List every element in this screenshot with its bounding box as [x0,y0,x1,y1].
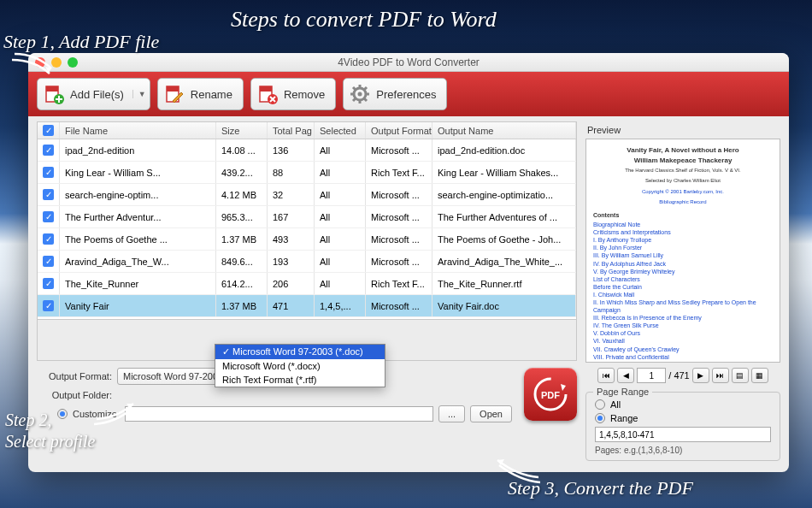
output-folder-input[interactable] [125,406,433,422]
table-row[interactable]: ✓search-engine-optim...4.12 MB32AllMicro… [38,184,576,206]
pdf-add-icon [43,83,65,105]
col-size[interactable]: Size [216,122,268,139]
remove-button[interactable]: Remove [250,78,336,110]
page-total: / 471 [668,370,689,381]
last-page-button[interactable]: ⏭ [712,368,729,383]
row-checkbox[interactable]: ✓ [43,233,54,245]
next-page-button[interactable]: ▶ [692,368,709,383]
row-checkbox[interactable]: ✓ [43,145,54,156]
cell-selected: All [315,184,366,205]
table-row[interactable]: ✓ipad_2nd-edition14.08 ...136AllMicrosof… [38,139,576,162]
cell-pages: 136 [268,139,315,161]
cell-format: Microsoft ... [366,206,432,227]
row-checkbox[interactable]: ✓ [43,167,54,178]
col-selected[interactable]: Selected [315,122,366,139]
titlebar: 4Video PDF to Word Converter [28,53,789,72]
svg-line-16 [364,87,367,90]
select-all-checkbox[interactable]: ✓ [43,125,54,136]
prev-page-button[interactable]: ◀ [617,368,634,383]
format-option-doc[interactable]: Microsoft Word 97-2003 (*.doc) [215,345,385,359]
customize-label: Customize: [73,409,120,419]
svg-point-9 [358,92,362,97]
range-hint: Pages: e.g.(1,3,6,8-10) [595,446,771,455]
preview-pager: ⏮ ◀ / 471 ▶ ⏭ ▤ ▦ [585,368,780,383]
annotation-step1: Step 1, Add PDF file [3,31,159,53]
table-row[interactable]: ✓The Poems of Goethe ...1.37 MB493AllMic… [38,228,576,251]
table-row[interactable]: ✓The_Kite_Runner614.2...206AllRich Text … [38,273,576,295]
row-checkbox[interactable]: ✓ [43,278,54,289]
cell-size: 965.3... [216,206,268,227]
table-row[interactable]: ✓The Further Adventur...965.3...167AllMi… [38,206,576,228]
cell-size: 1.37 MB [216,295,268,316]
row-checkbox[interactable]: ✓ [43,256,54,267]
add-files-label: Add File(s) [70,88,124,101]
browse-folder-button[interactable]: ... [438,405,465,422]
cell-format: Rich Text F... [366,273,432,294]
range-input[interactable] [595,427,771,442]
cell-format: Microsoft ... [366,184,432,205]
svg-rect-6 [260,86,272,92]
format-dropdown[interactable]: Microsoft Word 97-2003 (*.doc) Microsoft… [215,344,385,387]
preferences-label: Preferences [376,88,436,101]
cell-selected: All [315,139,366,161]
preview-subtitle-1: The Harvard Classics Shelf of Fiction, V… [593,168,773,174]
preferences-button[interactable]: Preferences [343,78,447,110]
output-format-label: Output Format: [37,371,112,381]
convert-button[interactable]: PDF [524,368,577,421]
customize-radio[interactable] [57,409,68,419]
remove-icon [256,83,279,105]
cell-size: 1.37 MB [216,228,268,250]
cell-filename: ipad_2nd-edition [60,139,216,161]
cell-pages: 88 [268,162,315,183]
view-mode-2-button[interactable]: ▦ [751,368,768,383]
gear-icon [349,83,371,105]
annotation-step3: Step 3, Convert the PDF [508,477,693,499]
range-all-radio[interactable] [595,399,605,410]
svg-rect-4 [167,86,179,92]
first-page-button[interactable]: ⏮ [597,368,615,383]
chevron-down-icon[interactable]: ▼ [132,90,146,98]
table-header: ✓ File Name Size Total Pag Selected Outp… [38,122,576,139]
cell-filename: The_Kite_Runner [60,273,216,294]
cell-filename: Aravind_Adiga_The_W... [60,251,216,272]
cell-selected: All [315,228,366,250]
table-row[interactable]: ✓Vanity Fair1.37 MB4711,4,5,...Microsoft… [38,295,576,317]
cell-outname: The Further Adventures of ... [432,206,576,227]
view-mode-1-button[interactable]: ▤ [732,368,749,383]
cell-selected: All [315,273,366,294]
col-format[interactable]: Output Format [366,122,432,139]
svg-rect-1 [46,86,58,92]
cell-format: Microsoft ... [366,251,432,272]
table-row[interactable]: ✓Aravind_Adiga_The_W...849.6...193AllMic… [38,251,576,273]
cell-outname: The_Kite_Runner.rtf [432,273,576,294]
cell-selected: All [315,251,366,272]
col-filename[interactable]: File Name [60,122,216,139]
cell-outname: The Poems of Goethe - Joh... [432,228,576,250]
annotation-title: Steps to convert PDF to Word [231,7,497,32]
row-checkbox[interactable]: ✓ [43,189,54,200]
range-custom-radio[interactable] [595,413,605,423]
preview-doc-title: Vanity Fair, A Novel without a Hero [593,146,773,155]
window-title: 4Video PDF to Word Converter [28,56,789,68]
rename-icon [163,83,185,105]
open-folder-button[interactable]: Open [470,405,512,422]
row-checkbox[interactable]: ✓ [43,211,54,222]
remove-label: Remove [284,88,325,101]
cell-pages: 167 [268,206,315,227]
cell-outname: Aravind_Adiga_The_White_... [432,251,576,272]
format-option-rtf[interactable]: Rich Text Format (*.rtf) [215,373,385,387]
page-number-input[interactable] [637,368,666,383]
col-pages[interactable]: Total Pag [268,122,315,139]
preview-subtitle-2: Selected by Charles William Eliot [593,178,773,185]
cell-selected: All [315,206,366,227]
cell-outname: Vanity Fair.doc [432,295,576,316]
cell-size: 4.12 MB [216,184,268,205]
rename-button[interactable]: Rename [157,78,244,110]
row-checkbox[interactable]: ✓ [43,300,54,311]
toolbar: Add File(s) ▼ Rename Remove Preferences [28,72,789,116]
format-option-docx[interactable]: Microsoft Word (*.docx) [215,359,385,373]
cell-pages: 32 [268,184,315,205]
col-outname[interactable]: Output Name [432,122,576,139]
add-files-button[interactable]: Add File(s) ▼ [37,78,150,110]
table-row[interactable]: ✓King Lear - William S...439.2...88AllRi… [38,162,576,184]
